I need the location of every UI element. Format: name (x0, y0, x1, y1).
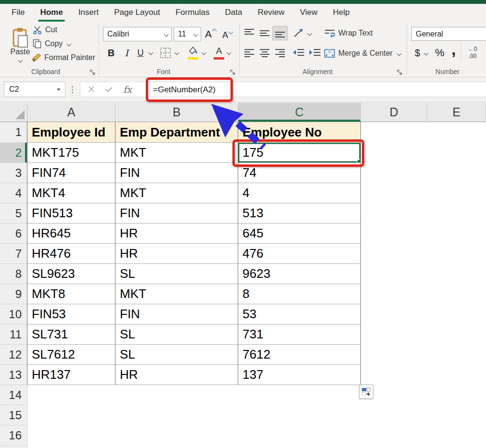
column-header-A[interactable]: A (27, 103, 115, 122)
cell-D10[interactable] (361, 304, 427, 324)
cell-C14[interactable] (238, 385, 361, 405)
cut-button[interactable]: Cut (33, 24, 57, 36)
cell-A7[interactable]: HR476 (27, 244, 115, 264)
row-header-17[interactable]: 17 (0, 446, 27, 448)
font-size-combobox[interactable]: 11 (174, 27, 201, 41)
copy-chevron-icon[interactable] (67, 41, 72, 46)
underline-button[interactable]: U (135, 46, 146, 60)
cell-B17[interactable] (115, 446, 238, 448)
clipboard-dialog-launcher-icon[interactable] (90, 69, 96, 75)
decrease-font-size-button[interactable]: A (222, 28, 232, 42)
font-color-button[interactable]: A (214, 46, 224, 60)
cell-E5[interactable] (427, 203, 486, 224)
comma-style-button[interactable]: , (451, 42, 456, 56)
auto-fill-options-button[interactable] (359, 385, 373, 399)
bold-button[interactable]: B (105, 46, 117, 60)
cell-B14[interactable] (115, 385, 238, 405)
column-header-B[interactable]: B (115, 103, 238, 122)
cell-C3[interactable]: 74 (238, 163, 361, 183)
font-size-chevron-icon[interactable] (193, 32, 198, 37)
cell-B2[interactable]: MKT (115, 143, 238, 163)
cell-B12[interactable]: SL (115, 345, 238, 365)
cell-E3[interactable] (427, 163, 486, 183)
middle-align-button-icon[interactable] (259, 28, 270, 38)
row-header-5[interactable]: 5 (0, 203, 27, 224)
cell-E13[interactable] (427, 365, 486, 385)
cell-C4[interactable]: 4 (238, 183, 361, 203)
cell-C5[interactable]: 513 (238, 203, 361, 224)
formula-text[interactable]: =GetNumber(A2) (153, 85, 216, 95)
accounting-format-button[interactable]: $ (415, 46, 428, 60)
column-header-E[interactable]: E (427, 103, 486, 122)
cell-D13[interactable] (361, 365, 427, 385)
cell-C15[interactable] (238, 405, 361, 425)
cell-A13[interactable]: HR137 (27, 365, 115, 385)
cell-E2[interactable] (427, 143, 486, 163)
decrease-indent-button-icon[interactable] (293, 48, 305, 59)
insert-function-icon[interactable]: fx (123, 84, 132, 95)
cell-A1[interactable]: Employee Id (27, 122, 115, 143)
wrap-text-button[interactable]: Wrap Text (324, 27, 372, 39)
cell-E10[interactable] (427, 304, 486, 324)
cell-A4[interactable]: MKT4 (27, 183, 115, 203)
row-header-14[interactable]: 14 (0, 385, 27, 405)
bottom-align-button[interactable] (272, 26, 288, 40)
row-header-3[interactable]: 3 (0, 163, 27, 183)
row-header-11[interactable]: 11 (0, 324, 27, 345)
cell-A11[interactable]: SL731 (27, 324, 115, 345)
row-header-9[interactable]: 9 (0, 284, 27, 304)
cell-A5[interactable]: FIN513 (27, 203, 115, 224)
font-name-combobox[interactable]: Calibri (103, 27, 172, 41)
merge-center-button[interactable]: Merge & Center (324, 47, 401, 60)
cell-A9[interactable]: MKT8 (27, 284, 115, 304)
cell-B6[interactable]: HR (115, 224, 238, 244)
cell-C6[interactable]: 645 (238, 224, 361, 244)
cell-D2[interactable] (361, 143, 427, 163)
row-header-7[interactable]: 7 (0, 244, 27, 264)
row-header-2[interactable]: 2 (0, 143, 27, 163)
select-all-corner[interactable] (0, 103, 27, 122)
percent-style-button[interactable]: % (435, 46, 445, 60)
row-header-10[interactable]: 10 (0, 304, 27, 324)
cell-D4[interactable] (361, 183, 427, 203)
cell-D6[interactable] (361, 224, 427, 244)
alignment-dialog-launcher-icon[interactable] (396, 69, 403, 75)
fill-color-button[interactable] (188, 46, 199, 60)
increase-decimal-button[interactable]: ←0 .00 (465, 45, 480, 60)
cell-E17[interactable] (427, 446, 486, 448)
cell-C16[interactable] (238, 425, 361, 446)
cell-B13[interactable]: HR (115, 365, 238, 385)
paste-chevron-icon[interactable] (18, 58, 23, 63)
tab-help[interactable]: Help (325, 6, 358, 19)
merge-center-chevron-icon[interactable] (396, 51, 401, 56)
formula-input-area[interactable] (80, 82, 486, 97)
increase-indent-button-icon[interactable] (309, 48, 321, 59)
cell-B3[interactable]: FIN (115, 163, 238, 183)
cancel-icon[interactable] (88, 86, 95, 93)
cell-C2[interactable]: 175 (238, 143, 361, 163)
cell-D9[interactable] (361, 284, 427, 304)
format-painter-button[interactable]: Format Painter (32, 52, 95, 63)
tab-review[interactable]: Review (250, 6, 292, 19)
cell-E8[interactable] (427, 264, 486, 284)
cell-E9[interactable] (427, 284, 486, 304)
increase-font-size-button[interactable]: A (205, 27, 216, 41)
cell-A6[interactable]: HR645 (27, 224, 115, 244)
cell-C7[interactable]: 476 (238, 244, 361, 264)
cell-C8[interactable]: 9623 (238, 264, 361, 284)
cell-A12[interactable]: SL7612 (27, 345, 115, 365)
cell-B1[interactable]: Emp Department (115, 122, 238, 143)
cell-B8[interactable]: SL (115, 264, 238, 284)
column-header-D[interactable]: D (361, 103, 427, 122)
cell-B9[interactable]: MKT (115, 284, 238, 304)
number-format-combobox[interactable]: General (411, 27, 486, 41)
cell-E7[interactable] (427, 244, 486, 264)
name-box-dropdown-icon[interactable] (57, 88, 61, 91)
cell-E16[interactable] (427, 425, 486, 446)
cell-E15[interactable] (427, 405, 486, 425)
cell-E11[interactable] (427, 324, 486, 345)
copy-button[interactable]: Copy (33, 38, 71, 50)
tab-view[interactable]: View (292, 6, 325, 19)
tab-page-layout[interactable]: Page Layout (106, 6, 167, 19)
row-header-1[interactable]: 1 (0, 122, 27, 143)
